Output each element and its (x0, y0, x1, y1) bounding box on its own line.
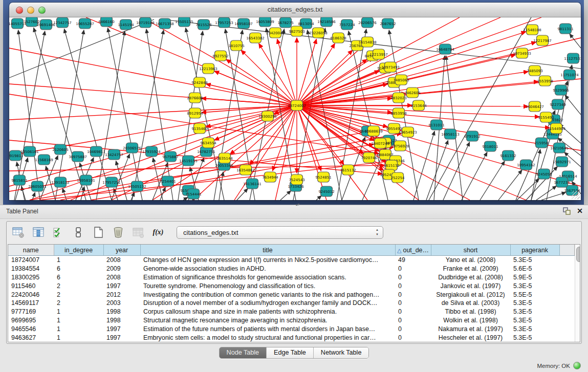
table-row[interactable]: 946362711997Embryonic stem cells: a mode… (8, 333, 574, 342)
table-cell[interactable]: Tibbo et al. (1998) (431, 308, 510, 316)
table-cell[interactable]: 1997 (103, 281, 140, 290)
graph-edge[interactable] (160, 187, 165, 200)
table-cell[interactable]: 9699695 (8, 316, 54, 325)
graph-edge[interactable] (18, 30, 40, 200)
table-row[interactable]: 1830029562008Estimation of significance … (8, 273, 574, 282)
tab-node-table[interactable]: Node Table (220, 347, 267, 358)
table-cell[interactable]: 9777169 (8, 308, 54, 316)
table-cell[interactable]: 1 (54, 324, 103, 333)
function-builder-icon[interactable]: f(x) (151, 226, 165, 239)
graph-node[interactable]: 9242848 (191, 77, 207, 87)
graph-node[interactable]: 9329966 (553, 85, 569, 95)
graph-edge[interactable] (280, 191, 291, 200)
graph-node[interactable]: 6466160 (98, 17, 114, 27)
graph-node[interactable]: 7920746 (361, 152, 377, 163)
table-cell[interactable]: 22420046 (8, 290, 54, 299)
resize-grip[interactable] (572, 191, 580, 199)
graph-node[interactable]: 8131011 (428, 120, 444, 130)
table-cell[interactable]: 5.3E-5 (510, 333, 559, 342)
table-cell[interactable]: 1998 (103, 316, 140, 325)
table-cell[interactable]: Embryonic stem cells: a model to study s… (140, 333, 395, 342)
graph-node[interactable]: 10719188 (136, 17, 155, 28)
graph-node[interactable]: 7815526 (195, 19, 212, 30)
table-row[interactable]: 1938455462009Genome-wide association stu… (8, 265, 574, 273)
table-cell[interactable]: 2 (54, 281, 103, 290)
table-row[interactable]: 946554611997Estimation of the future num… (8, 324, 574, 333)
table-cell[interactable]: 5.6E-5 (510, 265, 559, 273)
graph-edge[interactable] (132, 30, 164, 200)
graph-node[interactable]: 19218586 (317, 17, 336, 27)
graph-node[interactable]: 9227349 (550, 99, 565, 110)
graph-node[interactable]: 7485093 (527, 65, 542, 76)
graph-node[interactable]: 16046427 (526, 101, 544, 112)
table-cell[interactable]: 1998 (103, 308, 140, 316)
table-cell[interactable]: Nakamura et al. (1997) (431, 324, 510, 333)
graph-node[interactable]: 11548108 (523, 25, 541, 35)
table-cell[interactable]: 1 (54, 333, 103, 342)
table-cell[interactable]: 2008 (103, 273, 140, 282)
graph-edge[interactable] (183, 198, 188, 200)
graph-edge[interactable] (9, 48, 297, 105)
graph-node[interactable]: 7154441 (185, 189, 201, 199)
graph-node[interactable]: 9155493 (538, 112, 554, 122)
table-cell[interactable]: 0 (395, 333, 431, 342)
graph-edge[interactable] (131, 192, 135, 200)
tab-network-table[interactable]: Network Table (314, 347, 369, 358)
graph-node[interactable]: 9245012 (318, 186, 334, 196)
table-cell[interactable]: Dudbridge et al. (2008) (431, 273, 510, 282)
graph-node[interactable]: 9161332 (500, 150, 516, 161)
table-row[interactable]: 969969511998Structural magnetic resonanc… (8, 316, 574, 325)
graph-node[interactable]: 20206576 (358, 17, 377, 28)
graph-node[interactable]: 16671358 (156, 18, 174, 29)
table-cell[interactable]: 5.9E-5 (510, 273, 559, 282)
float-panel-icon[interactable] (563, 207, 571, 215)
scrollbar-thumb[interactable] (576, 247, 581, 262)
table-cell[interactable]: 0 (395, 299, 431, 308)
table-cell[interactable]: Investigating the contribution of common… (140, 290, 395, 299)
graph-node[interactable]: 11127531 (564, 53, 581, 63)
graph-node[interactable]: 18300295 (258, 111, 277, 121)
table-scrollbar[interactable] (575, 245, 580, 342)
table-cell[interactable]: 2012 (103, 290, 140, 299)
table-cell[interactable]: 6 (54, 265, 103, 273)
table-cell[interactable]: 0 (395, 290, 431, 299)
table-cell[interactable]: 0 (395, 281, 431, 290)
table-mode-icon[interactable] (12, 226, 25, 239)
graph-node[interactable]: 16543382 (246, 33, 265, 43)
table-cell[interactable]: 5.3E-5 (510, 308, 559, 316)
graph-edge[interactable] (462, 152, 487, 200)
table-cell[interactable]: 0 (395, 324, 431, 333)
graph-node[interactable]: 252254 (391, 172, 405, 183)
graph-node[interactable]: 12217987 (533, 35, 552, 46)
table-cell[interactable]: Genome-wide association studies in ADHD. (140, 265, 395, 273)
graph-node[interactable]: 8912954 (187, 108, 203, 118)
graph-node[interactable]: 9634554 (200, 138, 216, 148)
graph-node[interactable]: 10954162 (517, 160, 535, 170)
column-header-name[interactable]: name (8, 245, 54, 256)
graph-node[interactable]: 7635144 (216, 153, 233, 163)
graph-node[interactable]: 12342757 (53, 17, 72, 28)
graph-node[interactable]: 1810755 (228, 40, 244, 51)
table-cell[interactable]: Changes of HCN gene expression and I(f) … (140, 256, 395, 265)
graph-node[interactable]: 1553958 (537, 76, 553, 86)
graph-node[interactable]: 2120605 (52, 144, 68, 155)
graph-edge[interactable] (480, 161, 505, 200)
graph-node[interactable]: 16958101 (77, 175, 95, 185)
table-cell[interactable]: 6 (54, 273, 103, 282)
column-header-pagerank[interactable]: pagerank (510, 245, 559, 256)
show-columns-icon[interactable] (32, 226, 45, 239)
graph-edge[interactable] (565, 95, 581, 115)
graph-node[interactable]: 16958107 (234, 18, 253, 29)
graph-node[interactable]: 13424757 (105, 149, 123, 160)
table-cell[interactable]: 0 (395, 273, 431, 282)
table-row[interactable]: 2242004622012Investigating the contribut… (8, 290, 574, 299)
graph-edge[interactable] (570, 34, 581, 48)
zoom-window-button[interactable] (38, 7, 46, 14)
table-cell[interactable]: 5.5E-5 (510, 290, 559, 299)
table-cell[interactable]: 1 (54, 308, 103, 316)
graph-node[interactable]: 9575887 (162, 151, 178, 162)
graph-node[interactable]: 6791912 (464, 131, 480, 141)
table-cell[interactable]: Corpus callosum shape and size in male p… (140, 308, 395, 316)
graph-node[interactable]: 7524543 (289, 174, 304, 185)
table-cell[interactable]: 2009 (103, 265, 140, 273)
